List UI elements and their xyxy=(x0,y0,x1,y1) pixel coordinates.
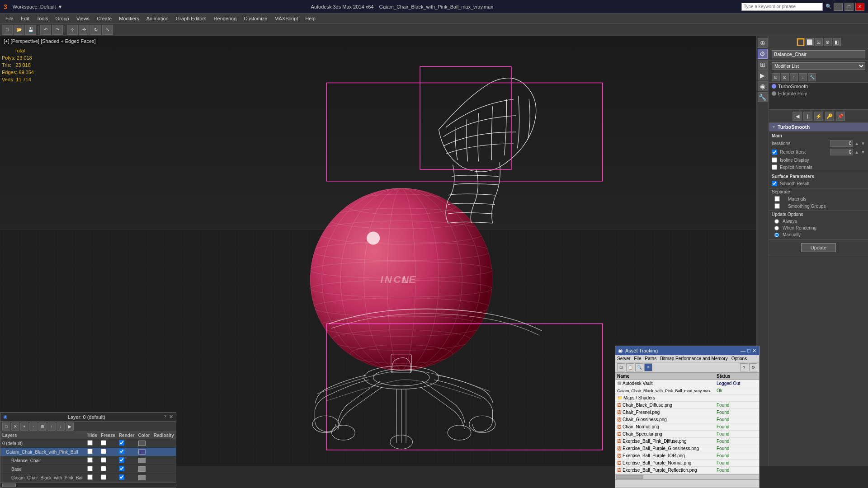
menu-tools[interactable]: Tools xyxy=(33,15,52,22)
modifier-editablepoly[interactable]: Editable Poly xyxy=(769,90,868,97)
layers-remove[interactable]: - xyxy=(29,422,38,431)
layer-hide-main[interactable] xyxy=(85,448,99,456)
stack-icon-3[interactable]: ↑ xyxy=(790,73,798,81)
panel-icon-motion[interactable]: ▶ xyxy=(758,70,768,80)
layer-row-main[interactable]: Gaiam_Chair_Black_with_Pink_Ball xyxy=(0,448,176,456)
asset-row-img5[interactable]: 🖼Chair_Specular.png Found xyxy=(615,431,759,438)
isoline-checkbox[interactable] xyxy=(772,157,777,163)
asset-row-img9[interactable]: 🖼Exercise_Ball_Purple_Normal.png Found xyxy=(615,460,759,467)
layer-color-ball[interactable] xyxy=(137,474,152,482)
nav-icon-4[interactable]: 🔑 xyxy=(825,112,834,121)
layer-color-main[interactable] xyxy=(137,448,152,456)
render-iters-input[interactable] xyxy=(830,149,853,155)
update-button[interactable]: Update xyxy=(801,243,836,252)
asset-row-img7[interactable]: 🖼Exercise_Ball_Purple_Glossiness.png Fou… xyxy=(615,445,759,452)
manually-radio[interactable] xyxy=(774,233,779,237)
modifier-turbosmooth[interactable]: TurboSmooth xyxy=(769,83,868,90)
asset-menu-bitmap[interactable]: Bitmap Performance and Memory xyxy=(660,356,728,361)
layer-freeze-main[interactable] xyxy=(99,448,117,456)
color-icon-2[interactable]: ⬜ xyxy=(806,38,814,46)
asset-hscroll-thumb[interactable] xyxy=(616,475,643,479)
layer-hide-chair[interactable] xyxy=(85,456,99,465)
layers-delete[interactable]: ✕ xyxy=(11,422,19,431)
iterations-input[interactable] xyxy=(830,140,853,147)
menu-animation[interactable]: Animation xyxy=(143,15,172,22)
asset-row-img2[interactable]: 🖼Chair_Fresnel.png Found xyxy=(615,409,759,416)
layer-row-default[interactable]: 0 (default) xyxy=(0,439,176,448)
layer-row-ball[interactable]: Gaiam_Chair_Black_with_Pink_Ball xyxy=(0,474,176,482)
asset-row-img4[interactable]: 🖼Chair_Normal.png Found xyxy=(615,423,759,431)
layer-color-default[interactable] xyxy=(137,439,152,448)
toolbar-move[interactable]: ✛ xyxy=(79,25,90,35)
menu-customize[interactable]: Customize xyxy=(240,15,271,22)
layer-color-base[interactable] xyxy=(137,465,152,474)
turbosmooth-section-header[interactable]: ▼ TurboSmooth xyxy=(769,123,868,131)
layer-row-base[interactable]: Base xyxy=(0,465,176,474)
layers-merge[interactable]: ⊞ xyxy=(38,422,47,431)
toolbar-new[interactable]: □ xyxy=(2,25,13,35)
materials-checkbox[interactable] xyxy=(774,196,780,202)
asset-btn-2[interactable]: 📋 xyxy=(626,363,634,371)
render-iters-checkbox[interactable] xyxy=(772,150,777,155)
layer-freeze-chair[interactable] xyxy=(99,456,117,465)
layer-freeze-default[interactable] xyxy=(99,439,117,448)
toolbar-undo[interactable]: ↶ xyxy=(40,25,51,35)
search-icon[interactable]: 🔍 xyxy=(826,4,832,9)
layers-scrollbar[interactable] xyxy=(0,482,176,488)
layers-panel-close[interactable]: ✕ xyxy=(169,414,173,420)
nav-icon-2[interactable]: | xyxy=(803,112,812,121)
asset-row-vault[interactable]: 🏛Autodesk Vault Logged Out xyxy=(615,380,759,387)
menu-edit[interactable]: Edit xyxy=(17,15,33,22)
toolbar-select[interactable]: ⊹ xyxy=(67,25,78,35)
layer-freeze-ball[interactable] xyxy=(99,474,117,482)
asset-row-img1[interactable]: 🖼Chair_Black_Diffuse.png Found xyxy=(615,402,759,409)
layer-row-chair[interactable]: Balance_Chair xyxy=(0,456,176,465)
always-radio[interactable] xyxy=(774,219,779,224)
render-iters-down[interactable]: ▼ xyxy=(861,150,865,155)
menu-modifiers[interactable]: Modifiers xyxy=(115,15,143,22)
smooth-result-checkbox[interactable] xyxy=(772,181,777,186)
layer-render-ball[interactable] xyxy=(117,474,137,482)
toolbar-rotate[interactable]: ↻ xyxy=(90,25,101,35)
iterations-spinner-up[interactable]: ▲ xyxy=(854,141,859,146)
panel-icon-modify[interactable]: ⚙ xyxy=(758,49,768,59)
asset-config-btn[interactable]: ⚙ xyxy=(749,363,757,371)
menu-rendering[interactable]: Rendering xyxy=(210,15,241,22)
stack-icon-1[interactable]: ⊡ xyxy=(772,73,780,81)
color-icon-3[interactable]: ⊡ xyxy=(815,38,823,46)
panel-icon-display[interactable]: ◉ xyxy=(758,81,768,91)
asset-btn-3[interactable]: 🔍 xyxy=(635,363,643,371)
layers-new[interactable]: □ xyxy=(2,422,10,431)
menu-maxscript[interactable]: MAXScript xyxy=(271,15,302,22)
asset-row-img8[interactable]: 🖼Exercise_Ball_Purple_IOR.png Found xyxy=(615,452,759,460)
asset-btn-1[interactable]: ⊡ xyxy=(617,363,625,371)
maximize-button[interactable]: □ xyxy=(844,3,854,11)
iterations-spinner-down[interactable]: ▼ xyxy=(861,141,865,146)
asset-menu-paths[interactable]: Paths xyxy=(645,356,657,361)
asset-menu-options[interactable]: Options xyxy=(731,356,747,361)
stack-icon-5[interactable]: 🔧 xyxy=(808,73,816,81)
layers-add[interactable]: + xyxy=(20,422,28,431)
color-icon-4[interactable]: ⊛ xyxy=(824,38,832,46)
asset-row-img10[interactable]: 🖼Exercise_Ball_Purple_Reflection.png Fou… xyxy=(615,467,759,474)
when-rendering-radio[interactable] xyxy=(774,226,779,230)
workspace-dropdown[interactable]: ▼ xyxy=(58,4,63,9)
panel-icon-hierarchy[interactable]: ⊞ xyxy=(758,60,768,70)
stack-icon-4[interactable]: ↓ xyxy=(799,73,807,81)
close-button[interactable]: ✕ xyxy=(855,3,864,11)
asset-help-btn[interactable]: ? xyxy=(740,363,748,371)
modifier-list-dropdown[interactable]: Modifier List xyxy=(772,62,865,70)
asset-row-img3[interactable]: 🖼Chair_Glossiness.png Found xyxy=(615,416,759,423)
layers-up[interactable]: ↑ xyxy=(47,422,56,431)
menu-views[interactable]: Views xyxy=(73,15,93,22)
toolbar-scale[interactable]: ⤡ xyxy=(102,25,113,35)
nav-icon-5[interactable]: 📌 xyxy=(836,112,845,121)
asset-row-img6[interactable]: 🖼Exercise_Ball_Pink_Diffuse.png Found xyxy=(615,438,759,445)
layer-hide-default[interactable] xyxy=(85,439,99,448)
toolbar-open[interactable]: 📂 xyxy=(14,25,24,35)
asset-maximize[interactable]: □ xyxy=(747,348,750,354)
asset-close[interactable]: ✕ xyxy=(752,348,756,354)
asset-minimize[interactable]: — xyxy=(741,348,745,354)
nav-icon-3[interactable]: ⚡ xyxy=(814,112,823,121)
object-name-input[interactable] xyxy=(772,50,865,58)
